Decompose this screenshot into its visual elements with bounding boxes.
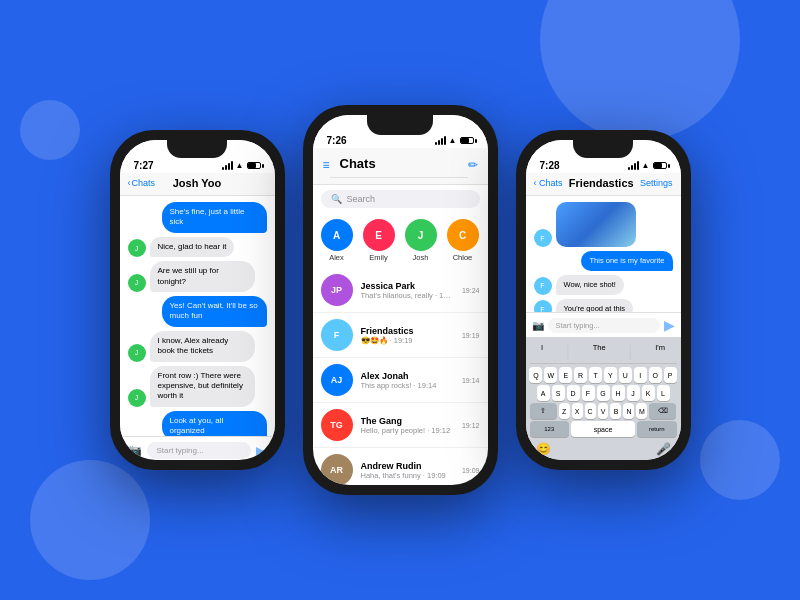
mic-icon[interactable]: 🎤 (656, 442, 671, 456)
send-button-right[interactable]: ▶ (664, 317, 675, 333)
chat-image (556, 202, 636, 247)
key-o[interactable]: O (649, 367, 662, 383)
battery-icon (653, 162, 667, 169)
key-s[interactable]: S (552, 385, 565, 401)
avatar: C (447, 219, 479, 251)
keyboard-row: Q W E R T Y U I O P (530, 367, 677, 383)
settings-button[interactable]: Settings (640, 178, 673, 188)
key-q[interactable]: Q (529, 367, 542, 383)
back-button-left[interactable]: ‹ Chats (128, 178, 156, 188)
key-k[interactable]: K (642, 385, 655, 401)
keyboard: I | The | I'm Q W E R T Y U (526, 337, 681, 460)
key-u[interactable]: U (619, 367, 632, 383)
back-button-right[interactable]: ‹ Chats (534, 178, 563, 188)
key-n[interactable]: N (623, 403, 634, 419)
key-b[interactable]: B (610, 403, 621, 419)
chat-name-right: Friendastics (569, 177, 634, 189)
message-item: J I know, Alex already book the tickets (128, 331, 267, 362)
wifi-icon: ▲ (642, 161, 650, 170)
list-item[interactable]: AR Andrew Rudin Haha, that's funny · 19:… (313, 448, 488, 485)
send-button-left[interactable]: ▶ (256, 443, 267, 459)
phones-container: 7:27 ▲ ‹ Chats Josh (110, 105, 691, 495)
list-item[interactable]: F Friendastics 😎🤩🔥 · 19:19 19:19 (313, 313, 488, 358)
camera-icon-right[interactable]: 📷 (532, 320, 544, 331)
chats-title: Chats (330, 152, 468, 178)
chat-input-bar-left: 📷 Start typing... ▶ (120, 436, 275, 460)
keyboard-grid: Q W E R T Y U I O P A S (530, 367, 677, 437)
key-backspace[interactable]: ⌫ (649, 403, 676, 419)
key-t[interactable]: T (589, 367, 602, 383)
key-c[interactable]: C (585, 403, 596, 419)
message-item: J Are we still up for tonight? (128, 261, 267, 292)
key-space[interactable]: space (571, 421, 635, 437)
list-item-the-gang[interactable]: TG The Gang Hello, party people! · 19:12… (313, 403, 488, 448)
time-left: 7:27 (134, 160, 154, 171)
key-i[interactable]: I (634, 367, 647, 383)
key-e[interactable]: E (559, 367, 572, 383)
notch-left (167, 140, 227, 158)
key-y[interactable]: Y (604, 367, 617, 383)
key-f[interactable]: F (582, 385, 595, 401)
contact-emily[interactable]: E Emily (363, 219, 395, 262)
edit-icon[interactable]: ✏ (468, 158, 478, 172)
key-return[interactable]: return (637, 421, 676, 437)
key-123[interactable]: 123 (530, 421, 569, 437)
camera-icon[interactable]: 📷 (128, 444, 142, 457)
key-x[interactable]: X (572, 403, 583, 419)
contact-josh[interactable]: J Josh (405, 219, 437, 262)
key-h[interactable]: H (612, 385, 625, 401)
keyboard-input-row: 📷 Start typing... ▶ (526, 312, 681, 337)
message-item: She's fine, just a little sick (128, 202, 267, 233)
menu-icon[interactable]: ≡ (323, 158, 330, 172)
key-w[interactable]: W (544, 367, 557, 383)
chat-list: JP Jessica Park That's hilarious, really… (313, 268, 488, 485)
message-item: F Wow, nice shot! (534, 275, 673, 295)
key-p[interactable]: P (664, 367, 677, 383)
key-z[interactable]: Z (559, 403, 570, 419)
avatar: J (128, 344, 146, 362)
contact-chloe[interactable]: C Chloe (447, 219, 479, 262)
search-bar[interactable]: 🔍 Search (321, 190, 480, 208)
message-item: This one is my favorite (534, 251, 673, 271)
key-a[interactable]: A (537, 385, 550, 401)
key-l[interactable]: L (657, 385, 670, 401)
time-center: 7:26 (327, 135, 347, 146)
left-phone: 7:27 ▲ ‹ Chats Josh (110, 130, 285, 470)
key-r[interactable]: R (574, 367, 587, 383)
key-v[interactable]: V (598, 403, 609, 419)
avatar: TG (321, 409, 353, 441)
notch-right (573, 140, 633, 158)
key-d[interactable]: D (567, 385, 580, 401)
keyboard-suggestions: I | The | I'm (530, 341, 677, 364)
keyboard-extras: 😊 🎤 (530, 439, 677, 456)
message-item: F You're good at this (534, 299, 673, 313)
chats-header: ≡ Chats ✏ (313, 148, 488, 185)
emoji-icon[interactable]: 😊 (536, 442, 551, 456)
key-j[interactable]: J (627, 385, 640, 401)
key-m[interactable]: M (636, 403, 647, 419)
message-input-left[interactable]: Start typing... (147, 442, 251, 459)
keyboard-row: A S D F G H J K L (530, 385, 677, 401)
message-item: J Front row :) There were expensive, but… (128, 366, 267, 407)
contact-alex[interactable]: A Alex (321, 219, 353, 262)
avatar: F (534, 277, 552, 295)
status-icons-center: ▲ (435, 136, 474, 145)
status-icons-left: ▲ (222, 161, 261, 170)
avatar: F (321, 319, 353, 351)
avatar: J (128, 274, 146, 292)
search-placeholder: Search (347, 194, 376, 204)
wifi-icon: ▲ (236, 161, 244, 170)
key-g[interactable]: G (597, 385, 610, 401)
list-item[interactable]: JP Jessica Park That's hilarious, really… (313, 268, 488, 313)
center-phone: 7:26 ▲ ≡ Chats ✏ (303, 105, 498, 495)
key-shift[interactable]: ⇧ (530, 403, 557, 419)
avatar: A (321, 219, 353, 251)
avatar: E (363, 219, 395, 251)
avatar: J (128, 239, 146, 257)
wifi-icon: ▲ (449, 136, 457, 145)
message-input-right[interactable]: Start typing... (548, 318, 660, 333)
message-item: Yes! Can't wait. It'll be so much fun (128, 296, 267, 327)
battery-icon (460, 137, 474, 144)
signal-icon (435, 136, 446, 145)
list-item[interactable]: AJ Alex Jonah This app rocks! · 19:14 19… (313, 358, 488, 403)
